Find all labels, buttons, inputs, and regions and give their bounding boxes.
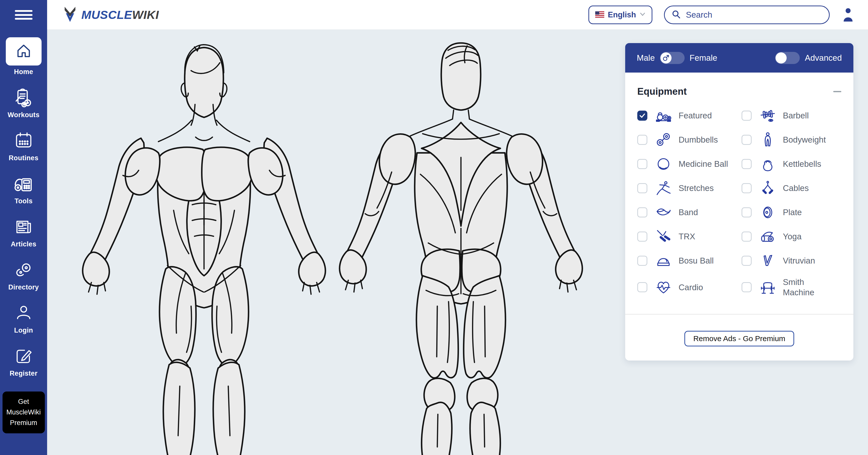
workouts-clipboard-icon [12, 86, 35, 109]
hamburger-menu-icon[interactable] [15, 8, 32, 21]
topbar-right: English [588, 5, 855, 24]
sidebar-item-directory[interactable]: Directory [0, 259, 47, 291]
filter-panel: Male Female Advanced [625, 43, 854, 361]
equipment-item-band[interactable]: Band [637, 204, 742, 220]
checkbox-cables[interactable] [742, 183, 752, 193]
equipment-item-plate[interactable]: Plate [742, 204, 846, 220]
equipment-label: Featured [679, 110, 712, 121]
equipment-item-medicine-ball[interactable]: Medicine Ball [637, 156, 742, 172]
advanced-toggle-group: Advanced [775, 52, 842, 64]
checkbox-medicine-ball[interactable] [637, 159, 647, 169]
sidebar-item-home[interactable]: Home [0, 37, 47, 76]
back-left-calf [422, 402, 452, 455]
advanced-label: Advanced [805, 53, 842, 63]
checkbox-trx[interactable] [637, 232, 647, 242]
trx-icon [651, 229, 676, 245]
equipment-item-yoga[interactable]: Yoga [742, 229, 846, 245]
us-flag-icon [595, 11, 604, 19]
cardio-icon [651, 279, 676, 295]
sidebar-item-articles[interactable]: Articles [0, 216, 47, 248]
equipment-item-bodyweight[interactable]: Bodyweight [742, 132, 846, 148]
checkbox-stretches[interactable] [637, 183, 647, 193]
equipment-item-bosu-ball[interactable]: Bosu Ball [637, 253, 742, 269]
musclewiki-app: Home Workouts [0, 0, 868, 455]
checkbox-dumbbells[interactable] [637, 135, 647, 145]
equipment-label: Yoga [783, 231, 802, 242]
tools-calculator-icon [12, 173, 35, 195]
get-premium-link[interactable]: Get MuscleWiki Premium [2, 392, 45, 433]
sidebar-item-label: Login [14, 327, 33, 334]
equipment-label: Cardio [679, 282, 703, 293]
equipment-label: Cables [783, 183, 809, 193]
routines-calendar-icon [12, 129, 35, 152]
sidebar-item-workouts[interactable]: Workouts [0, 86, 47, 119]
equipment-item-smith-machine[interactable]: Smith Machine [742, 277, 846, 298]
sidebar-item-label: Register [9, 370, 37, 377]
checkbox-plate[interactable] [742, 207, 752, 217]
sidebar-item-label: Articles [11, 240, 36, 248]
chevron-down-icon [640, 12, 646, 17]
equipment-item-barbell[interactable]: Barbell [742, 108, 846, 124]
checkbox-yoga[interactable] [742, 232, 752, 242]
sidebar-item-tools[interactable]: Tools [0, 173, 47, 205]
collapse-minus-icon[interactable] [833, 88, 842, 95]
equipment-item-trx[interactable]: TRX [637, 229, 742, 245]
checkbox-cardio[interactable] [637, 282, 647, 292]
checkbox-bosu-ball[interactable] [637, 256, 647, 266]
barbell-icon [755, 108, 780, 124]
checkbox-barbell[interactable] [742, 111, 752, 121]
front-head [185, 48, 223, 117]
equipment-item-dumbbells[interactable]: Dumbbells [637, 132, 742, 148]
female-label: Female [690, 53, 717, 63]
user-account-icon[interactable] [841, 7, 855, 23]
bodyweight-icon [755, 132, 780, 148]
equipment-item-kettlebells[interactable]: Kettlebells [742, 156, 846, 172]
equipment-item-stretches[interactable]: Stretches [637, 180, 742, 196]
cables-icon [755, 180, 780, 196]
checkbox-smith-machine[interactable] [742, 282, 752, 292]
sidebar-item-label: Workouts [7, 111, 39, 119]
back-right-delt [506, 134, 542, 184]
equipment-item-featured[interactable]: Featured [637, 108, 742, 124]
logo-wordmark: MUSCLEWIKI [81, 8, 159, 22]
sidebar-item-register[interactable]: Register [0, 345, 47, 377]
equipment-item-cardio[interactable]: Cardio [637, 277, 742, 298]
directory-plates-icon [12, 259, 35, 281]
muscle-figure-front[interactable] [80, 40, 328, 455]
advanced-toggle[interactable] [775, 52, 800, 64]
sidebar-item-routines[interactable]: Routines [0, 129, 47, 162]
medicine-ball-icon [651, 156, 676, 172]
language-selector[interactable]: English [588, 5, 652, 24]
front-left-thigh [159, 267, 196, 366]
checkbox-bodyweight[interactable] [742, 135, 752, 145]
checkbox-featured[interactable] [637, 111, 647, 121]
articles-newspaper-icon [12, 216, 35, 238]
checkbox-vitruvian[interactable] [742, 256, 752, 266]
dumbbells-icon [651, 132, 676, 148]
equipment-label: Dumbbells [679, 134, 718, 145]
remove-ads-button[interactable]: Remove Ads - Go Premium [684, 331, 794, 346]
sidebar: Home Workouts [0, 0, 47, 455]
equipment-item-cables[interactable]: Cables [742, 180, 846, 196]
checkbox-band[interactable] [637, 207, 647, 217]
checkbox-kettlebells[interactable] [742, 159, 752, 169]
musclewiki-emblem-icon [63, 6, 77, 24]
sidebar-item-login[interactable]: Login [0, 302, 47, 334]
equipment-label: Stretches [679, 183, 714, 193]
kettlebells-icon [755, 156, 780, 172]
equipment-label: Vitruvian [783, 255, 815, 266]
bosu-ball-icon [651, 253, 676, 269]
equipment-item-vitruvian[interactable]: Vitruvian [742, 253, 846, 269]
muscle-figure-back[interactable] [337, 40, 585, 455]
equipment-title: Equipment [637, 86, 687, 97]
equipment-label: TRX [679, 231, 695, 242]
gender-toggle[interactable] [660, 52, 685, 64]
search-input[interactable] [686, 10, 823, 20]
advanced-toggle-knob [776, 52, 787, 63]
vitruvian-icon [755, 253, 780, 269]
yoga-icon [755, 229, 780, 245]
equipment-label: Barbell [783, 110, 809, 121]
equipment-label: Kettlebells [783, 159, 821, 169]
sidebar-item-label: Home [14, 68, 33, 76]
musclewiki-logo[interactable]: MUSCLEWIKI [63, 6, 159, 24]
